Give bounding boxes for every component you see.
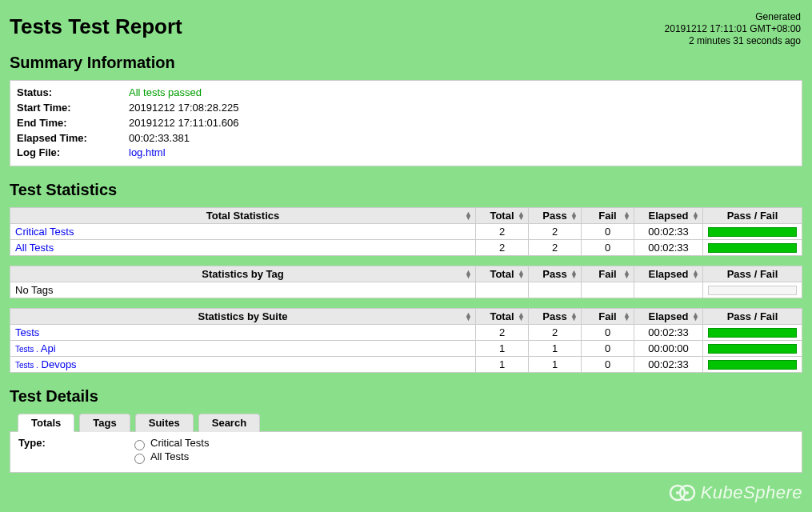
summary-heading: Summary Information [10,54,802,72]
type-label: Type: [18,437,130,449]
table-row: Tests . Api 1 1 0 00:00:00 [10,341,802,357]
generated-timestamp: 20191212 17:11:01 GMT+08:00 [665,23,801,35]
sort-icon: ▲▼ [465,312,472,321]
cell-pass: 2 [529,240,582,256]
cell-fail: 0 [582,224,634,240]
col-pass[interactable]: Pass▲▼ [529,208,582,224]
col-elapsed[interactable]: Elapsed▲▼ [634,309,703,325]
suite-devops-link[interactable]: Devops [42,358,77,370]
cell-elapsed: 00:02:33 [634,224,703,240]
sort-icon: ▲▼ [570,270,578,278]
col-passfail: Pass / Fail [703,266,802,282]
radio-all-tests[interactable] [134,454,145,464]
radio-critical-tests-label: Critical Tests [150,437,209,450]
log-file-link[interactable]: log.html [129,146,166,158]
sort-icon: ▲▼ [623,270,630,278]
col-elapsed[interactable]: Elapsed▲▼ [634,208,703,224]
col-passfail: Pass / Fail [703,309,802,325]
tab-search[interactable]: Search [198,414,260,432]
sort-icon: ▲▼ [570,211,578,220]
table-row: Tests . Devops 1 1 0 00:02:33 [10,357,802,373]
cell-pass: 2 [529,224,582,240]
table-row: No Tags [10,282,802,298]
total-statistics-table: Total Statistics▲▼ Total▲▼ Pass▲▼ Fail▲▼… [10,207,802,256]
status-label: Status: [17,86,129,101]
col-fail[interactable]: Fail▲▼ [582,208,634,224]
col-fail[interactable]: Fail▲▼ [582,266,634,282]
start-time-label: Start Time: [17,101,129,116]
generated-info: Generated 20191212 17:11:01 GMT+08:00 2 … [665,11,801,47]
suite-api-link[interactable]: Api [41,342,56,354]
start-time-value: 20191212 17:08:28.225 [129,101,238,116]
sort-icon: ▲▼ [692,270,699,278]
svg-point-3 [686,491,689,494]
table-row: Tests 2 2 0 00:02:33 [10,325,802,341]
sort-icon: ▲▼ [518,270,525,278]
tab-strip: Totals Tags Suites Search [10,413,802,431]
sort-icon: ▲▼ [692,211,699,220]
tab-tags[interactable]: Tags [79,414,130,432]
svg-point-2 [676,491,679,494]
tag-statistics-table: Statistics by Tag▲▼ Total▲▼ Pass▲▼ Fail▲… [10,266,802,298]
col-passfail: Pass / Fail [703,208,802,224]
log-file-label: Log File: [17,146,129,161]
col-pass[interactable]: Pass▲▼ [529,266,582,282]
pass-bar [708,243,797,253]
col-fail[interactable]: Fail▲▼ [582,309,634,325]
col-elapsed[interactable]: Elapsed▲▼ [634,266,703,282]
suite-tests-link[interactable]: Tests [15,326,39,338]
elapsed-time-value: 00:02:33.381 [129,131,190,146]
details-heading: Test Details [10,387,802,406]
sort-icon: ▲▼ [465,270,472,278]
cell-total: 2 [476,240,529,256]
sort-icon: ▲▼ [518,211,525,220]
table-row: Critical Tests 2 2 0 00:02:33 [10,224,802,240]
generated-label: Generated [665,11,801,23]
sort-icon: ▲▼ [623,312,630,321]
statistics-heading: Test Statistics [10,181,802,199]
status-value: All tests passed [129,86,202,101]
sort-icon: ▲▼ [692,312,699,321]
pass-bar [708,360,797,370]
no-tags: No Tags [10,282,476,298]
tab-totals[interactable]: Totals [18,414,74,432]
watermark-text: KubeSphere [701,482,802,503]
summary-panel: Status: All tests passed Start Time: 201… [10,80,802,166]
critical-tests-link[interactable]: Critical Tests [15,226,74,238]
watermark: KubeSphere [669,482,802,504]
all-tests-link[interactable]: All Tests [15,242,54,254]
end-time-value: 20191212 17:11:01.606 [129,116,238,131]
col-total[interactable]: Total▲▼ [476,309,529,325]
pass-bar [708,227,797,237]
end-time-label: End Time: [17,116,129,131]
sort-icon: ▲▼ [465,211,472,220]
radio-critical-tests[interactable] [134,440,145,450]
radio-all-tests-label: All Tests [150,450,189,464]
sort-icon: ▲▼ [570,312,578,321]
col-total[interactable]: Total▲▼ [476,208,529,224]
suite-statistics-table: Statistics by Suite▲▼ Total▲▼ Pass▲▼ Fai… [10,308,802,373]
col-pass[interactable]: Pass▲▼ [529,309,582,325]
tab-suites[interactable]: Suites [135,414,194,432]
cell-fail: 0 [582,240,634,256]
generated-ago: 2 minutes 31 seconds ago [665,35,801,47]
elapsed-time-label: Elapsed Time: [17,131,129,146]
col-total[interactable]: Total▲▼ [476,266,529,282]
cell-elapsed: 00:02:33 [634,240,703,256]
cell-total: 2 [476,224,529,240]
sort-icon: ▲▼ [623,211,630,220]
table-row: All Tests 2 2 0 00:02:33 [10,240,802,256]
col-total-statistics[interactable]: Total Statistics▲▼ [10,208,476,224]
pass-bar [708,344,797,354]
pass-bar [708,328,797,338]
empty-bar [708,286,797,295]
col-suite-statistics[interactable]: Statistics by Suite▲▼ [10,309,476,325]
sort-icon: ▲▼ [518,312,525,321]
details-panel: Type: Critical Tests All Tests [10,431,802,473]
watermark-icon [669,482,696,504]
col-tag-statistics[interactable]: Statistics by Tag▲▼ [10,266,476,282]
